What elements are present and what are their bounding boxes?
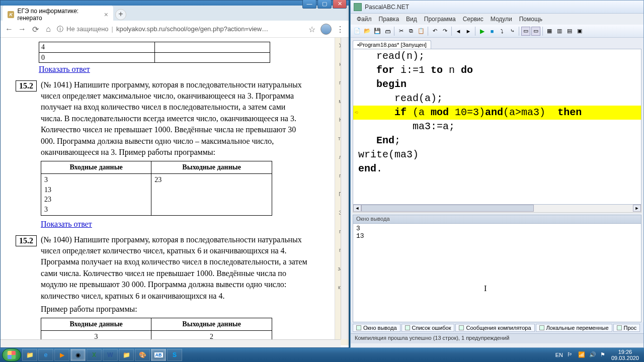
layout-icon[interactable]: ▦ <box>545 27 554 36</box>
new-file-icon[interactable]: 📄 <box>353 27 362 36</box>
layout2-icon[interactable]: ▥ <box>555 27 564 36</box>
paste-icon[interactable]: 📋 <box>417 27 426 36</box>
layout3-icon[interactable]: ▤ <box>565 27 574 36</box>
menu-item-вид[interactable]: Вид <box>403 15 420 24</box>
folder-icon: 📁 <box>26 351 34 358</box>
nav-forward-button[interactable]: → <box>18 25 27 34</box>
nav-reload-button[interactable]: ⟳ <box>31 25 40 34</box>
step-into-icon[interactable]: ⤷ <box>508 27 517 36</box>
taskbar-item-explorer[interactable]: 📁 <box>22 349 37 361</box>
paint-icon: 🎨 <box>139 351 146 358</box>
url-input[interactable]: ⓘ Не защищено | kpolyakov.spb.ru/school/… <box>57 25 303 34</box>
taskbar-item-chrome[interactable]: ◉ <box>70 349 86 361</box>
bottom-tab[interactable]: Сообщения компилятора <box>455 324 534 332</box>
navigate-fwd-icon[interactable]: ► <box>464 27 473 36</box>
io-table: Входные данныеВыходные данные 3 13 23 32… <box>41 161 272 216</box>
show-answer-link[interactable]: Показать ответ <box>41 220 92 228</box>
bottom-tab[interactable]: Прос <box>613 324 640 332</box>
task-id: (№ 1041) <box>41 80 72 89</box>
bookmark-star-icon[interactable]: ☆ <box>307 25 316 34</box>
table-cell: 0 <box>39 52 155 63</box>
ide-file-tab[interactable]: •Program18.pas* [Запущен] <box>353 40 431 49</box>
system-tray: EN 🏳 📶 🔊 ⚑ 19:26 09.03.2020 <box>555 349 642 361</box>
clock-time: 19:26 <box>611 349 639 355</box>
bottom-tab[interactable]: Локальные переменные <box>536 324 612 332</box>
security-label: Не защищено <box>66 25 109 33</box>
taskbar-item-skype[interactable]: S <box>167 349 182 361</box>
tray-action-icon[interactable]: ⚑ <box>600 351 607 358</box>
menu-item-сервис[interactable]: Сервис <box>460 15 487 24</box>
panel-icon[interactable]: ▭ <box>521 27 530 36</box>
output-text: 3 13 <box>356 225 364 240</box>
table-header: Входные данные <box>41 318 151 331</box>
window-close-button[interactable]: ✕ <box>333 0 347 9</box>
menu-item-файл[interactable]: Файл <box>354 15 375 24</box>
save-all-icon[interactable]: 🗃 <box>383 27 392 36</box>
new-tab-button[interactable]: + <box>115 9 126 20</box>
step-over-icon[interactable]: ⤵ <box>498 27 507 36</box>
task-block: 15.2 (№ 1041) Напишите программу, котора… <box>16 79 344 230</box>
taskbar-item-excel[interactable]: X <box>87 349 102 361</box>
page-content: 4 0 Показать ответ 15.2 (№ 1041) Напишит… <box>1 38 349 345</box>
menu-item-программа[interactable]: Программа <box>421 15 459 24</box>
copy-icon[interactable]: ⧉ <box>407 27 416 36</box>
chrome-icon: ◉ <box>75 351 80 358</box>
lang-indicator[interactable]: EN <box>555 352 563 358</box>
task-number-badge: 15.2 <box>16 80 37 92</box>
tray-sound-icon[interactable]: 🔊 <box>589 351 596 358</box>
task-block: 15.2 (№ 1040) Напишите программу, котора… <box>16 234 344 345</box>
table-cell: 3 13 23 3 <box>41 173 151 215</box>
menu-item-модули[interactable]: Модули <box>488 15 515 24</box>
folder-icon: 📁 <box>123 351 130 358</box>
taskbar-item-ie[interactable]: e <box>38 349 53 361</box>
profile-avatar[interactable] <box>320 24 332 35</box>
output-panel[interactable]: 3 13 I <box>353 224 641 322</box>
redo-icon[interactable]: ↷ <box>440 27 449 36</box>
open-file-icon[interactable]: 📂 <box>363 27 372 36</box>
ide-titlebar: PascalABC.NET <box>351 1 643 14</box>
tray-flag-icon[interactable]: 🏳 <box>567 351 574 358</box>
stop-icon[interactable]: ■ <box>488 27 497 36</box>
browser-window: — ▢ ✕ K ЕГЭ по информатике: генерато × +… <box>0 0 349 348</box>
taskbar-item-paint[interactable]: 🎨 <box>135 349 150 361</box>
vertical-scrollbar[interactable] <box>341 38 349 339</box>
taskbar-item-pascalabc[interactable]: AB <box>151 349 166 361</box>
run-icon[interactable]: ▶ <box>477 27 487 36</box>
browser-tab[interactable]: K ЕГЭ по информатике: генерато × <box>3 5 113 24</box>
menu-item-правка[interactable]: Правка <box>376 15 403 24</box>
cut-icon[interactable]: ✂ <box>396 27 406 36</box>
browser-titlebar: — ▢ ✕ <box>1 1 349 6</box>
taskbar-item-folder2[interactable]: 📁 <box>119 349 134 361</box>
nav-home-button[interactable]: ⌂ <box>44 25 53 34</box>
ide-status-bar: Компиляция прошла успешно (13 строк), 1 … <box>351 333 643 343</box>
code-editor[interactable]: read(n); for i:=1 to n do begin read(a);… <box>353 49 641 205</box>
tray-network-icon[interactable]: 📶 <box>578 351 585 358</box>
panel2-icon[interactable]: ▭ <box>531 27 540 36</box>
start-button[interactable] <box>2 348 21 361</box>
ide-title-text: PascalABC.NET <box>365 4 409 11</box>
browser-menu-icon[interactable]: ⋮ <box>336 25 345 34</box>
bottom-tab[interactable]: Окно вывода <box>353 324 400 332</box>
table-cell: 4 <box>39 42 155 53</box>
taskbar-clock[interactable]: 19:26 09.03.2020 <box>611 349 639 361</box>
layout4-icon[interactable]: ▣ <box>575 27 584 36</box>
skype-icon: S <box>173 351 177 358</box>
horizontal-scrollbar[interactable] <box>1 339 341 347</box>
window-minimize-button[interactable]: — <box>302 0 316 9</box>
tab-close-icon[interactable]: × <box>104 11 108 19</box>
bottom-tab[interactable]: Список ошибок <box>401 324 455 332</box>
menu-item-помощь[interactable]: Помощь <box>516 15 545 24</box>
nav-back-button[interactable]: ← <box>5 25 14 34</box>
show-answer-link[interactable]: Показать ответ <box>39 65 90 73</box>
navigate-back-icon[interactable]: ◄ <box>454 27 463 36</box>
taskbar-item-word[interactable]: W <box>103 349 118 361</box>
ide-toolbar: 📄 📂 💾 🗃 ✂ ⧉ 📋 ↶ ↷ ◄ ► ▶ ■ ⤵ ⤷ ▭ ▭ ▦ ▥ ▤ … <box>351 25 643 38</box>
undo-icon[interactable]: ↶ <box>430 27 439 36</box>
code-horizontal-scrollbar[interactable]: ◄► <box>353 205 641 213</box>
taskbar-item-wmp[interactable]: ▶ <box>54 349 69 361</box>
task-example-label: Пример работы программы: <box>41 304 307 315</box>
wmp-icon: ▶ <box>60 351 64 358</box>
save-icon[interactable]: 💾 <box>373 27 382 36</box>
window-maximize-button[interactable]: ▢ <box>317 0 332 9</box>
ie-icon: e <box>44 351 48 358</box>
